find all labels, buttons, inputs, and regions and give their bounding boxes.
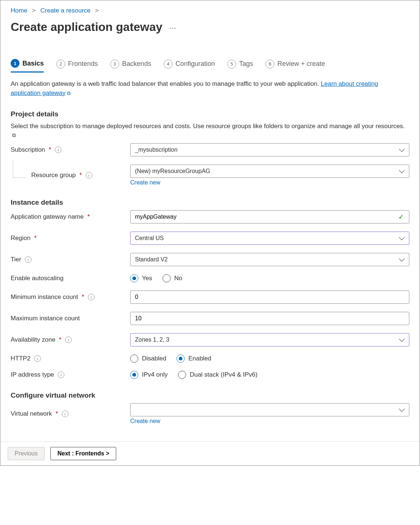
tab-configuration[interactable]: 4 Configuration <box>164 57 215 72</box>
tab-tags[interactable]: 5 Tags <box>227 57 253 72</box>
tab-frontends[interactable]: 2 Frontends <box>56 57 98 72</box>
label-min-instances: Minimum instance count* i <box>11 293 130 301</box>
info-icon[interactable]: i <box>65 337 72 343</box>
tab-label: Frontends <box>68 60 98 68</box>
info-icon[interactable]: i <box>86 172 92 179</box>
subscription-select[interactable]: _mysubscription <box>130 143 409 156</box>
external-link-icon: ⧉ <box>12 132 16 139</box>
label-app-gateway-name: Application gateway name* <box>11 213 130 221</box>
tab-step-number: 1 <box>11 59 19 68</box>
label-virtual-network: Virtual network* i <box>11 410 130 417</box>
previous-button: Previous <box>8 447 45 460</box>
label-region: Region* <box>11 235 130 242</box>
info-icon[interactable]: i <box>88 294 95 300</box>
info-icon[interactable]: i <box>55 147 61 153</box>
external-link-icon: ⧉ <box>67 89 71 97</box>
chevron-right-icon: > <box>92 7 102 14</box>
radio-icon <box>163 274 171 282</box>
breadcrumb: Home > Create a resource > <box>11 6 409 17</box>
section-vnet-heading: Configure virtual network <box>11 391 409 399</box>
info-icon[interactable]: i <box>58 371 64 378</box>
label-http2: HTTP2 i <box>11 355 130 362</box>
more-actions-icon[interactable]: … <box>169 22 177 31</box>
ip-type-dual-radio[interactable]: Dual stack (IPv4 & IPv6) <box>178 371 257 379</box>
create-new-resource-group-link[interactable]: Create new <box>130 179 160 186</box>
intro-text: An application gateway is a web traffic … <box>11 80 409 98</box>
label-tier: Tier i <box>11 256 130 263</box>
http2-enabled-radio[interactable]: Enabled <box>177 355 211 363</box>
wizard-footer: Previous Next : Frontends > <box>0 441 420 465</box>
section-instance-details-heading: Instance details <box>11 198 409 207</box>
wizard-tabs: 1 Basics 2 Frontends 3 Backends 4 Config… <box>11 57 409 73</box>
label-enable-autoscaling: Enable autoscaling <box>11 275 130 282</box>
app-gateway-name-input[interactable] <box>130 210 409 223</box>
next-button[interactable]: Next : Frontends > <box>50 447 116 460</box>
breadcrumb-home[interactable]: Home <box>11 7 27 14</box>
tab-step-number: 2 <box>56 60 65 68</box>
ip-type-ipv4-radio[interactable]: IPv4 only <box>130 371 168 379</box>
chevron-right-icon: > <box>29 7 39 14</box>
tab-basics[interactable]: 1 Basics <box>11 57 44 73</box>
autoscaling-no-radio[interactable]: No <box>163 274 182 282</box>
label-subscription: Subscription* i <box>11 146 130 154</box>
info-icon[interactable]: i <box>62 411 68 417</box>
tab-label: Backends <box>122 60 151 68</box>
info-icon[interactable]: i <box>25 256 32 263</box>
tab-label: Configuration <box>175 60 215 68</box>
availability-zone-select[interactable]: Zones 1, 2, 3 <box>130 333 409 346</box>
tab-step-number: 3 <box>110 60 119 68</box>
label-ip-address-type: IP address type i <box>11 371 130 378</box>
autoscaling-yes-radio[interactable]: Yes <box>130 274 152 282</box>
tab-label: Basics <box>22 60 44 67</box>
radio-icon <box>178 371 186 379</box>
radio-icon <box>130 355 138 363</box>
max-instances-input[interactable] <box>130 312 409 325</box>
tab-label: Review + create <box>277 60 325 68</box>
tab-review-create[interactable]: 6 Review + create <box>266 57 325 72</box>
virtual-network-select[interactable] <box>130 403 409 416</box>
page-title: Create application gateway <box>11 20 163 34</box>
section-project-details-heading: Project details <box>11 110 409 118</box>
min-instances-input[interactable] <box>130 290 409 304</box>
region-select[interactable]: Central US <box>130 232 409 245</box>
radio-icon <box>130 274 138 282</box>
label-resource-group: Resource group* i <box>11 172 130 179</box>
resource-group-select[interactable]: (New) myResourceGroupAG <box>130 165 409 178</box>
tab-step-number: 5 <box>227 60 236 68</box>
radio-icon <box>177 355 185 363</box>
tab-step-number: 4 <box>164 60 172 68</box>
tab-backends[interactable]: 3 Backends <box>110 57 151 72</box>
tab-step-number: 6 <box>266 60 274 68</box>
breadcrumb-create-resource[interactable]: Create a resource <box>40 7 90 14</box>
label-max-instances: Maximum instance count <box>11 315 130 322</box>
create-new-vnet-link[interactable]: Create new <box>130 418 160 424</box>
tab-label: Tags <box>239 60 253 68</box>
tier-select[interactable]: Standard V2 <box>130 253 409 266</box>
label-availability-zone: Availability zone* i <box>11 336 130 343</box>
http2-disabled-radio[interactable]: Disabled <box>130 355 166 363</box>
info-icon[interactable]: i <box>34 355 41 362</box>
section-project-details-description: Select the subscription to manage deploy… <box>11 122 409 140</box>
radio-icon <box>130 371 138 379</box>
